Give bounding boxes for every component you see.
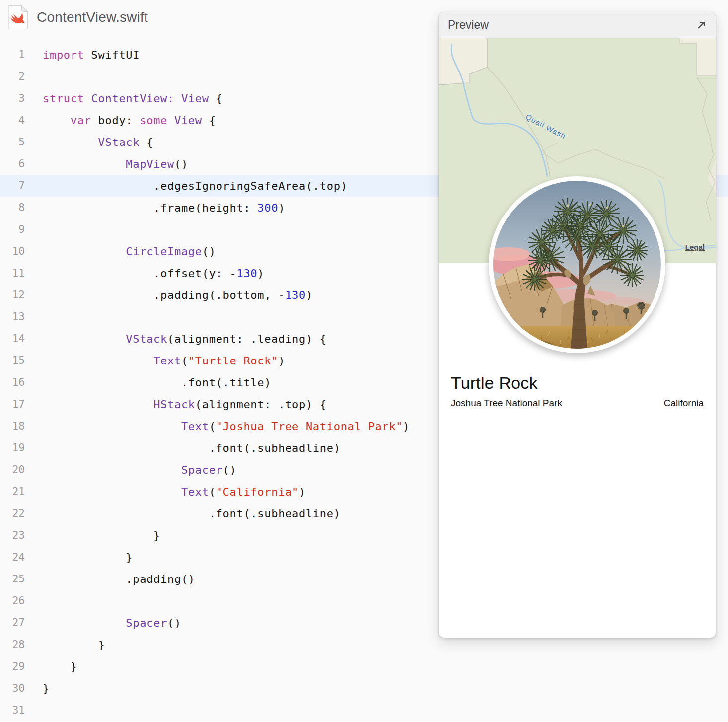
file-header: ContentView.swift xyxy=(7,5,148,30)
expand-preview-button[interactable] xyxy=(695,19,707,31)
landmark-park: Joshua Tree National Park xyxy=(451,398,562,409)
map-legal-link[interactable]: Legal xyxy=(685,243,705,251)
landmark-state: California xyxy=(664,398,704,409)
preview-header: Preview xyxy=(439,12,716,38)
preview-title: Preview xyxy=(448,18,489,32)
joshua-tree-photo xyxy=(493,181,661,349)
preview-panel: Preview Quail Wash Legal xyxy=(439,12,716,638)
landmark-title: Turtle Rock xyxy=(451,373,704,393)
circle-image xyxy=(489,176,665,353)
code-line: 31 xyxy=(0,699,728,721)
landmark-card: Turtle Rock Joshua Tree National Park Ca… xyxy=(451,373,704,409)
code-line: 29 } xyxy=(0,655,728,677)
arrow-up-right-icon xyxy=(696,20,706,30)
swift-file-icon xyxy=(7,5,29,30)
file-title: ContentView.swift xyxy=(37,9,148,25)
code-line: 30} xyxy=(0,677,728,699)
